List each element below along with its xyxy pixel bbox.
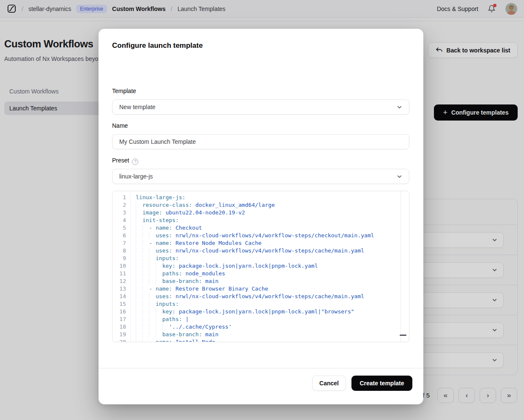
code-line: 13 - name: Restore Browser Binary Cache — [112, 285, 409, 293]
preset-select-value: linux-large-js — [119, 173, 153, 180]
scrollbar-track — [401, 191, 401, 342]
cancel-button[interactable]: Cancel — [312, 376, 346, 391]
scrollbar-thumb[interactable] — [400, 335, 406, 336]
name-input[interactable] — [112, 134, 409, 149]
line-number: 18 — [112, 323, 131, 331]
code-line: 5 - name: Checkout — [112, 224, 409, 232]
line-number: 10 — [112, 262, 131, 270]
line-number: 11 — [112, 270, 131, 277]
code-line: 19 base-branch: main — [112, 331, 409, 338]
configure-launch-template-modal: Configure launch template Template New t… — [99, 29, 423, 404]
preset-select[interactable]: linux-large-js — [112, 169, 409, 184]
line-number: 9 — [112, 255, 131, 262]
code-line: 4 init-steps: — [112, 217, 409, 224]
code-line: 9 inputs: — [112, 255, 409, 262]
chevron-down-icon — [397, 104, 402, 110]
code-line: 8 uses: nrwl/nx-cloud-workflows/v4/workf… — [112, 247, 409, 255]
line-number: 15 — [112, 300, 131, 308]
line-number: 4 — [112, 217, 131, 224]
line-number: 19 — [112, 331, 131, 338]
code-line: 6 uses: nrwl/nx-cloud-workflows/v4/workf… — [112, 232, 409, 239]
line-number: 12 — [112, 277, 131, 285]
code-line: 16 key: package-lock.json|yarn.lock|pnpm… — [112, 308, 409, 316]
line-number: 2 — [112, 201, 131, 209]
code-line: 18 '../.cache/Cypress' — [112, 323, 409, 331]
line-number: 5 — [112, 224, 131, 232]
create-template-button[interactable]: Create template — [351, 376, 412, 391]
line-number: 6 — [112, 232, 131, 239]
line-number: 7 — [112, 239, 131, 247]
preset-field-label: Preset? — [112, 157, 138, 165]
code-line: 14 uses: nrwl/nx-cloud-workflows/v4/work… — [112, 293, 409, 300]
code-line: 1linux-large-js: — [112, 194, 409, 201]
line-number: 1 — [112, 194, 131, 201]
code-line: 20 - name: Install Node — [112, 338, 409, 342]
code-line: 10 key: package-lock.json|yarn.lock|pnpm… — [112, 262, 409, 270]
line-number: 17 — [112, 316, 131, 323]
name-field-label: Name — [112, 122, 128, 129]
line-number: 16 — [112, 308, 131, 316]
modal-title: Configure launch template — [112, 41, 203, 50]
chevron-down-icon — [397, 174, 402, 179]
line-number: 20 — [112, 338, 131, 342]
code-line: 7 - name: Restore Node Modules Cache — [112, 239, 409, 247]
code-line: 15 inputs: — [112, 300, 409, 308]
help-icon[interactable]: ? — [132, 159, 138, 165]
yaml-code-editor[interactable]: 1linux-large-js:2 resource-class: docker… — [112, 191, 409, 342]
template-select[interactable]: New template — [112, 99, 409, 115]
template-select-value: New template — [119, 104, 156, 110]
line-number: 8 — [112, 247, 131, 255]
code-line: 17 paths: | — [112, 316, 409, 323]
line-number: 3 — [112, 209, 131, 217]
code-line: 11 paths: node_modules — [112, 270, 409, 277]
template-field-label: Template — [112, 88, 136, 94]
code-line: 3 image: ubuntu22.04-node20.19-v2 — [112, 209, 409, 217]
code-line: 12 base-branch: main — [112, 277, 409, 285]
modal-footer: Cancel Create template — [99, 368, 423, 404]
line-number: 14 — [112, 293, 131, 300]
line-number: 13 — [112, 285, 131, 293]
code-line: 2 resource-class: docker_linux_amd64/lar… — [112, 201, 409, 209]
